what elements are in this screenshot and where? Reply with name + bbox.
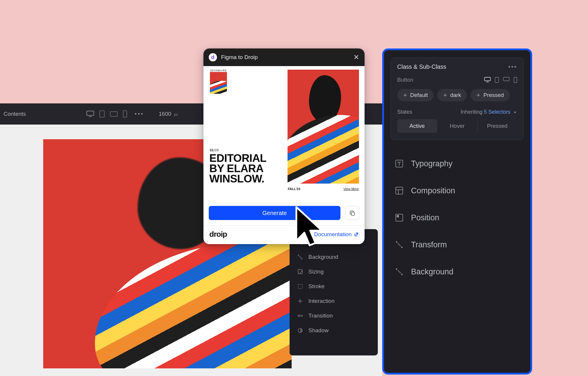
sparkle-icon	[443, 93, 447, 97]
page-indicator: 01/28	[210, 148, 219, 152]
state-tab-active[interactable]: Active	[397, 119, 437, 133]
section-label: Stroke	[308, 283, 325, 290]
svg-rect-3	[110, 112, 117, 116]
section-typography[interactable]: Typography	[384, 150, 530, 177]
section-background[interactable]: Background	[384, 258, 530, 285]
section-background[interactable]: Background	[290, 250, 378, 264]
figma-to-droip-modal: d Figma to Droip ✕ JEANWARE 01/28 EDITOR…	[203, 48, 365, 244]
modal-title: Figma to Droip	[221, 54, 258, 61]
pill-label: Default	[410, 92, 428, 98]
svg-rect-1	[89, 116, 92, 117]
position-icon	[395, 213, 404, 222]
section-label: Transform	[411, 240, 447, 249]
section-label: Interaction	[308, 298, 335, 304]
svg-rect-18	[397, 215, 399, 217]
section-position[interactable]: Position	[384, 204, 530, 231]
class-card: Class & Sub-Class ••• Button Default dar…	[390, 57, 524, 140]
contents-label[interactable]: Contents	[4, 111, 26, 117]
design-preview: JEANWARE 01/28 EDITORIAL BY ELARA WINSLO…	[209, 70, 359, 192]
copy-icon	[349, 210, 355, 216]
external-link-icon	[354, 232, 359, 237]
svg-rect-10	[485, 77, 490, 81]
mobile-icon[interactable]	[514, 77, 517, 83]
card-title: Class & Sub-Class	[397, 63, 446, 70]
modal-titlebar: d Figma to Droip ✕	[203, 48, 365, 66]
states-label: States	[397, 109, 412, 115]
state-tab-hover[interactable]: Hover	[437, 119, 477, 133]
svg-rect-20	[351, 212, 355, 215]
tablet-portrait-icon[interactable]	[99, 110, 105, 118]
more-devices-icon[interactable]: •••	[135, 111, 144, 117]
composition-icon	[395, 186, 404, 195]
section-sizing[interactable]: Sizing	[290, 264, 378, 279]
section-interaction[interactable]: Interaction	[290, 294, 378, 308]
tablet-landscape-icon[interactable]	[110, 111, 118, 117]
design-season: FALL'23	[288, 187, 300, 191]
svg-rect-16	[396, 187, 403, 194]
droip-app-icon: d	[209, 53, 217, 61]
canvas-width[interactable]: 1600 px	[159, 111, 178, 117]
section-label: Shadow	[308, 327, 329, 334]
svg-rect-2	[100, 111, 104, 117]
section-label: Background	[411, 267, 453, 276]
desktop-icon[interactable]	[86, 111, 94, 117]
class-pills: Default dark Pressed	[397, 89, 517, 101]
class-pill-pressed[interactable]: Pressed	[470, 89, 510, 101]
design-brand: JEANWARE	[210, 69, 227, 72]
svg-rect-4	[123, 111, 127, 117]
modal-footer: droip Documentation	[203, 225, 365, 244]
canvas-width-unit: px	[174, 112, 178, 117]
background-icon	[395, 267, 404, 276]
design-thumbnail	[210, 72, 227, 94]
svg-point-7	[299, 300, 301, 302]
copy-button[interactable]	[345, 206, 359, 220]
section-stroke[interactable]: Stroke	[290, 279, 378, 294]
view-more-link[interactable]: View More	[343, 187, 359, 191]
pill-label: dark	[450, 92, 461, 98]
typography-icon	[395, 159, 404, 168]
section-label: Background	[308, 254, 338, 260]
selector-label[interactable]: Button	[397, 77, 413, 83]
mobile-icon[interactable]	[123, 110, 127, 118]
pill-label: Pressed	[483, 92, 504, 98]
section-label: Transition	[308, 313, 333, 319]
section-label: Composition	[411, 186, 455, 195]
svg-rect-14	[514, 77, 517, 83]
state-tab-pressed[interactable]: Pressed	[477, 119, 517, 133]
device-switcher: •••	[86, 110, 144, 118]
device-indicators	[484, 77, 517, 83]
svg-rect-11	[486, 82, 489, 82]
transform-icon	[395, 240, 404, 249]
class-pill-default[interactable]: Default	[397, 89, 434, 101]
chevron-down-icon	[513, 110, 517, 114]
svg-rect-6	[298, 284, 302, 288]
class-pill-dark[interactable]: dark	[437, 89, 467, 101]
canvas-width-value: 1600	[159, 111, 171, 117]
section-shadow[interactable]: Shadow	[290, 323, 378, 338]
states-tabs: Active Hover Pressed	[397, 119, 517, 133]
cursor-icon	[295, 206, 324, 250]
section-label: Typography	[411, 159, 452, 168]
close-icon[interactable]: ✕	[353, 53, 359, 61]
section-transition[interactable]: Transition	[290, 308, 378, 323]
style-inspector: Class & Sub-Class ••• Button Default dar…	[382, 48, 532, 375]
svg-rect-13	[503, 77, 509, 81]
section-label: Sizing	[308, 268, 324, 275]
inheriting-link[interactable]: Inheriting 5 Selectors	[461, 109, 517, 115]
svg-point-8	[298, 315, 300, 317]
section-label: Position	[411, 213, 439, 222]
svg-rect-12	[495, 77, 499, 83]
sparkle-icon	[403, 93, 407, 97]
tablet-portrait-icon[interactable]	[495, 77, 499, 83]
design-headline: EDITORIAL BY ELARA WINSLOW.	[209, 153, 266, 184]
section-composition[interactable]: Composition	[384, 177, 530, 204]
sparkle-icon	[476, 93, 480, 97]
desktop-icon[interactable]	[484, 77, 491, 83]
brand-logo: droip	[209, 230, 227, 239]
section-transform[interactable]: Transform	[384, 231, 530, 258]
tablet-landscape-icon[interactable]	[503, 77, 510, 83]
card-menu-icon[interactable]: •••	[508, 63, 517, 70]
svg-rect-0	[87, 111, 94, 115]
design-main-image	[288, 70, 359, 184]
